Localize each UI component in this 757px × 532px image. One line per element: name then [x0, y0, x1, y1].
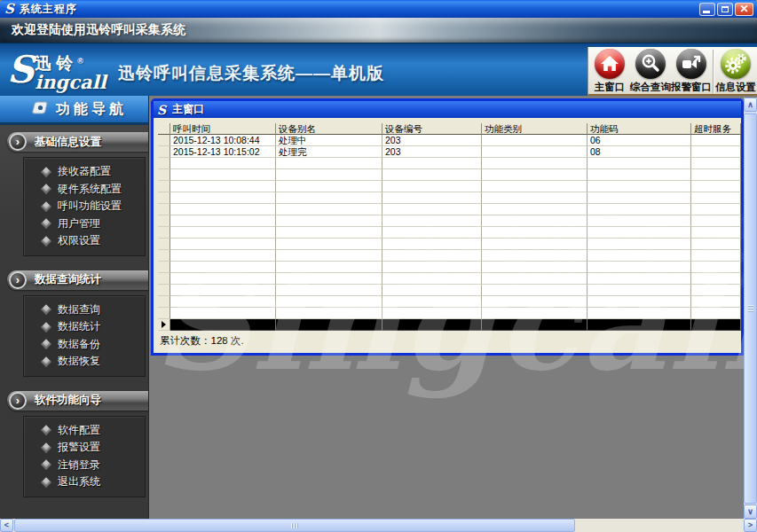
table-row-empty	[158, 215, 741, 227]
close-icon: ✕	[736, 4, 753, 15]
scroll-up-button[interactable]: ∧	[744, 98, 757, 112]
thumb-grip-icon	[748, 305, 753, 312]
diamond-bullet-icon	[41, 236, 51, 246]
sidebar-section-header[interactable]: › 数据查询统计	[7, 270, 148, 290]
diamond-bullet-icon	[41, 426, 51, 435]
registered-mark: ®	[77, 57, 83, 66]
scroll-left-button[interactable]: <	[0, 519, 13, 532]
sidebar-section: › 数据查询统计 数据查询 数据统计	[0, 270, 148, 377]
grid-corner-cell	[158, 123, 170, 135]
toolbar-separator	[713, 50, 714, 94]
minimize-button[interactable]	[699, 3, 715, 16]
sidebar-section-header[interactable]: › 软件功能向导	[7, 391, 148, 411]
child-window-client: 呼叫时间 设备别名 设备编号 功能类别 功能码 超时服务 2015-12-13 …	[154, 118, 741, 353]
sidebar-item[interactable]: 权限设置	[24, 232, 145, 250]
table-row[interactable]: 2015-12-13 10:08:44 处理中 203 06	[158, 135, 741, 146]
sidebar-item[interactable]: 硬件系统配置	[24, 181, 145, 199]
column-header-device-alias[interactable]: 设备别名	[276, 123, 382, 135]
sidebar-section-header[interactable]: › 基础信息设置	[7, 132, 148, 152]
current-record-selector	[158, 319, 170, 331]
table-row-empty	[158, 308, 741, 319]
alarm-window-button[interactable]: 报警窗口	[671, 48, 712, 94]
child-window-titlebar[interactable]: S 主窗口	[154, 101, 741, 118]
horizontal-scrollbar[interactable]: < >	[0, 519, 757, 532]
sidebar-item[interactable]: 数据备份	[24, 336, 145, 354]
cell-function-code: 08	[587, 146, 691, 158]
vertical-scrollbar[interactable]: ∧ ∨	[744, 98, 757, 519]
table-row-empty	[158, 239, 741, 250]
column-header-timeout-service[interactable]: 超时服务	[691, 123, 741, 135]
table-row-empty	[158, 250, 741, 262]
comprehensive-query-button[interactable]: 综合查询	[630, 48, 671, 94]
restore-button[interactable]	[717, 3, 733, 16]
row-selector[interactable]	[158, 146, 170, 158]
grid-header-row: 呼叫时间 设备别名 设备编号 功能类别 功能码 超时服务	[158, 123, 741, 135]
sidebar-section-panel: 接收器配置 硬件系统配置 呼叫功能设置 用户管理	[23, 157, 146, 256]
table-row[interactable]: 2015-12-13 10:15:02 处理完 203 08	[158, 146, 741, 158]
table-row-empty	[158, 158, 741, 169]
row-selector[interactable]	[158, 135, 170, 146]
sidebar-item[interactable]: 接收器配置	[24, 163, 145, 181]
thumb-grip-icon	[291, 523, 298, 528]
current-record-arrow-icon	[162, 321, 166, 328]
table-row-empty	[158, 262, 741, 273]
diamond-bullet-icon	[41, 201, 51, 211]
welcome-bar: 欢迎登陆使用迅铃呼叫采集系统	[0, 18, 757, 43]
sidebar-item[interactable]: 数据查询	[24, 301, 145, 319]
scroll-down-button[interactable]: ∨	[744, 505, 757, 519]
sidebar-section-panel: 数据查询 数据统计 数据备份 数据恢复	[23, 295, 146, 377]
vertical-scroll-thumb[interactable]	[744, 113, 757, 504]
sidebar-item[interactable]: 注销登录	[24, 457, 145, 474]
singcall-logo: S 迅铃® ingcall	[7, 51, 106, 91]
sidebar-item[interactable]: 数据恢复	[24, 353, 145, 371]
table-row-empty	[158, 204, 741, 215]
sidebar-item[interactable]: 软件配置	[24, 422, 145, 440]
column-header-device-number[interactable]: 设备编号	[382, 123, 482, 135]
cell-device-alias: 处理完	[276, 146, 382, 158]
cell-timeout-service	[691, 146, 741, 158]
sidebar-item[interactable]: 用户管理	[24, 215, 145, 233]
diamond-bullet-icon	[41, 477, 51, 487]
cell-device-number: 203	[382, 146, 482, 158]
column-header-function-category[interactable]: 功能类别	[482, 123, 587, 135]
table-row-empty	[158, 169, 741, 181]
restore-icon	[722, 6, 729, 12]
search-plus-icon	[635, 49, 666, 79]
diamond-bullet-icon	[41, 305, 51, 315]
cell-function-category	[482, 146, 587, 158]
diamond-bullet-icon	[41, 322, 51, 332]
gears-icon	[721, 49, 751, 79]
scroll-right-button[interactable]: >	[744, 519, 757, 532]
column-header-call-time[interactable]: 呼叫时间	[170, 123, 276, 135]
table-row-empty	[158, 181, 741, 192]
sidebar-item[interactable]: 呼叫功能设置	[24, 198, 145, 215]
column-header-function-code[interactable]: 功能码	[587, 123, 691, 135]
info-settings-button[interactable]: 信息设置	[715, 48, 756, 94]
main-child-window: S 主窗口 呼叫时间 设备别名 设备编号 功能类别 功能码 超时服务	[151, 98, 744, 356]
child-window-title: 主窗口	[172, 102, 204, 117]
minimize-icon	[703, 11, 710, 13]
diamond-bullet-icon	[41, 184, 51, 194]
cell-device-number: 203	[382, 135, 482, 146]
table-row-empty	[158, 273, 741, 285]
table-row-empty	[158, 227, 741, 239]
sidebar-item[interactable]: 退出系统	[24, 473, 145, 491]
grid-current-record-row[interactable]	[158, 319, 741, 331]
diamond-bullet-icon	[41, 442, 51, 452]
cell-function-code: 06	[587, 135, 691, 146]
horizontal-scroll-thumb[interactable]	[14, 519, 575, 532]
table-row-empty	[158, 296, 741, 308]
app-titlebar[interactable]: S 系统主程序 ✕	[0, 0, 757, 18]
cell-function-category	[482, 135, 587, 146]
sidebar-item[interactable]: 报警设置	[24, 439, 145, 457]
welcome-text: 欢迎登陆使用迅铃呼叫采集系统	[12, 22, 185, 38]
table-row-empty	[158, 192, 741, 204]
home-icon	[595, 49, 625, 79]
grid-body: 2015-12-13 10:08:44 处理中 203 06 2015-12-1…	[158, 135, 741, 158]
singcall-s-icon: S	[157, 103, 166, 117]
record-count-status: 累计次数：128 次.	[160, 334, 244, 348]
sidebar-item[interactable]: 数据统计	[24, 318, 145, 336]
diamond-bullet-icon	[41, 219, 51, 229]
main-window-button[interactable]: 主窗口	[589, 48, 630, 94]
close-button[interactable]: ✕	[735, 3, 753, 16]
